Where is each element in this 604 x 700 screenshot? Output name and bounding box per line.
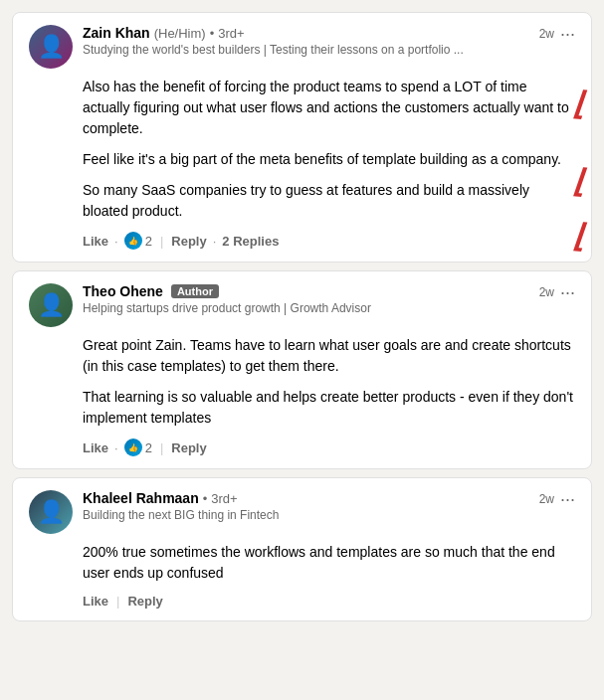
timestamp-khaleel: 2w xyxy=(539,492,554,506)
comment-body-theo: Great point Zain. Teams have to learn wh… xyxy=(29,335,575,429)
annotation-mark-1: ⌊ xyxy=(572,166,587,199)
comment-body-zain: Also has the benefit of forcing the prod… xyxy=(29,77,575,222)
dot-sep-like-theo: · xyxy=(114,440,118,455)
para-zain-1: Feel like it's a big part of the meta be… xyxy=(83,149,575,170)
like-button-zain[interactable]: Like xyxy=(83,234,108,249)
timestamp-theo: 2w xyxy=(539,285,554,299)
comment-card-khaleel: 👤Khaleel Rahmaan•3rd+Building the next B… xyxy=(12,477,592,621)
para-zain-0: Also has the benefit of forcing the prod… xyxy=(83,77,575,139)
name-row-theo: Theo OheneAuthor xyxy=(83,283,539,299)
name-row-zain: Zain Khan(He/Him)•3rd+ xyxy=(83,25,539,41)
avatar-icon-zain: 👤 xyxy=(38,34,65,60)
annotation-mark-2: ⌊ xyxy=(572,221,587,254)
time-menu-zain: 2w··· xyxy=(539,25,575,43)
avatar-icon-khaleel: 👤 xyxy=(38,499,65,525)
body-wrapper-khaleel: 200% true sometimes the workflows and te… xyxy=(29,542,575,584)
user-name-khaleel[interactable]: Khaleel Rahmaan xyxy=(83,490,199,506)
actions-theo: Like·👍2|Reply xyxy=(29,438,575,456)
header-info-zain: Zain Khan(He/Him)•3rd+Studying the world… xyxy=(83,25,539,59)
degree-sep-zain: • xyxy=(210,26,215,41)
degree-khaleel: 3rd+ xyxy=(211,491,237,506)
actions-zain: Like·👍2|Reply·2 Replies xyxy=(29,232,575,250)
avatar-theo: 👤 xyxy=(29,283,73,327)
tagline-zain: Studying the world's best builders | Tes… xyxy=(83,43,539,59)
para-theo-0: Great point Zain. Teams have to learn wh… xyxy=(83,335,575,377)
timestamp-zain: 2w xyxy=(539,27,554,41)
para-zain-2: So many SaaS companies try to guess at f… xyxy=(83,180,575,222)
replies-button-zain[interactable]: 2 Replies xyxy=(222,234,279,249)
body-wrapper-zain: Also has the benefit of forcing the prod… xyxy=(29,77,575,222)
avatar-zain: 👤 xyxy=(29,25,73,69)
tagline-khaleel: Building the next BIG thing in Fintech xyxy=(83,508,539,524)
name-row-khaleel: Khaleel Rahmaan•3rd+ xyxy=(83,490,539,506)
pipe-sep-zain: | xyxy=(160,234,163,249)
like-count-theo: 👍2 xyxy=(124,438,152,456)
reply-button-zain[interactable]: Reply xyxy=(171,234,206,249)
like-count-text-zain: 2 xyxy=(145,234,152,249)
comment-body-khaleel: 200% true sometimes the workflows and te… xyxy=(29,542,575,584)
body-wrapper-theo: Great point Zain. Teams have to learn wh… xyxy=(29,335,575,429)
para-theo-1: That learning is so valuable and helps c… xyxy=(83,387,575,429)
like-icon-zain: 👍 xyxy=(124,232,142,250)
pronouns-zain: (He/Him) xyxy=(154,26,206,41)
comment-header-zain: 👤Zain Khan(He/Him)•3rd+Studying the worl… xyxy=(29,25,575,69)
reply-button-khaleel[interactable]: Reply xyxy=(127,594,162,609)
header-info-khaleel: Khaleel Rahmaan•3rd+Building the next BI… xyxy=(83,490,539,524)
user-name-theo[interactable]: Theo Ohene xyxy=(83,283,163,299)
more-menu-theo[interactable]: ··· xyxy=(560,283,575,301)
para-khaleel-0: 200% true sometimes the workflows and te… xyxy=(83,542,575,584)
author-badge-theo: Author xyxy=(171,284,219,298)
more-menu-khaleel[interactable]: ··· xyxy=(560,490,575,508)
degree-sep-khaleel: • xyxy=(203,491,208,506)
reply-button-theo[interactable]: Reply xyxy=(171,440,206,455)
more-menu-zain[interactable]: ··· xyxy=(560,25,575,43)
like-icon-theo: 👍 xyxy=(124,438,142,456)
like-button-khaleel[interactable]: Like xyxy=(83,594,108,609)
comment-header-theo: 👤Theo OheneAuthorHelping startups drive … xyxy=(29,283,575,327)
comment-header-khaleel: 👤Khaleel Rahmaan•3rd+Building the next B… xyxy=(29,490,575,534)
like-count-text-theo: 2 xyxy=(145,440,152,455)
time-menu-khaleel: 2w··· xyxy=(539,490,575,508)
dot-sep-replies-zain: · xyxy=(213,234,217,249)
avatar-icon-theo: 👤 xyxy=(38,292,65,318)
like-count-zain: 👍2 xyxy=(124,232,152,250)
like-button-theo[interactable]: Like xyxy=(83,440,108,455)
header-info-theo: Theo OheneAuthorHelping startups drive p… xyxy=(83,283,539,317)
avatar-khaleel: 👤 xyxy=(29,490,73,534)
actions-khaleel: Like|Reply xyxy=(29,594,575,609)
comment-card-theo: 👤Theo OheneAuthorHelping startups drive … xyxy=(12,270,592,469)
dot-sep-like-zain: · xyxy=(114,234,118,249)
comment-card-zain: 👤Zain Khan(He/Him)•3rd+Studying the worl… xyxy=(12,12,592,262)
annotation-mark-0: ⌊ xyxy=(572,88,587,121)
degree-zain: 3rd+ xyxy=(218,26,244,41)
user-name-zain[interactable]: Zain Khan xyxy=(83,25,150,41)
pipe-sep-theo: | xyxy=(160,440,163,455)
comments-container: 👤Zain Khan(He/Him)•3rd+Studying the worl… xyxy=(12,12,592,621)
tagline-theo: Helping startups drive product growth | … xyxy=(83,301,539,317)
time-menu-theo: 2w··· xyxy=(539,283,575,301)
pipe-sep-khaleel: | xyxy=(116,594,119,609)
